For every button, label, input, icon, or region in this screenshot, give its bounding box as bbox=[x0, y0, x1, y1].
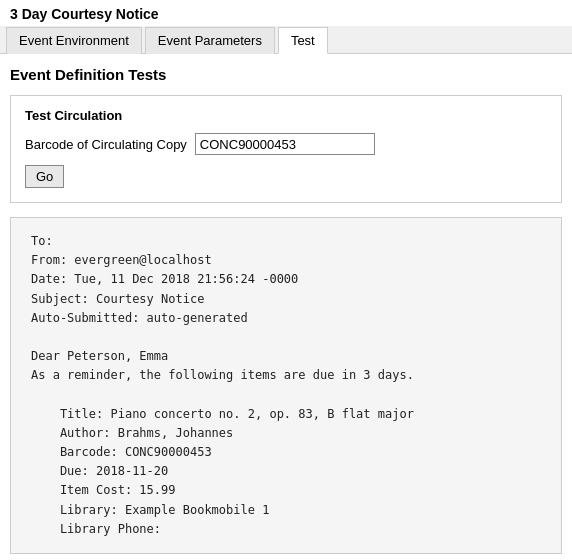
go-button[interactable]: Go bbox=[25, 165, 64, 188]
barcode-row: Barcode of Circulating Copy bbox=[25, 133, 547, 155]
output-box: To: From: evergreen@localhost Date: Tue,… bbox=[10, 217, 562, 554]
test-circulation-box: Test Circulation Barcode of Circulating … bbox=[10, 95, 562, 203]
tab-event-environment[interactable]: Event Environment bbox=[6, 27, 142, 54]
test-circ-heading: Test Circulation bbox=[25, 108, 547, 123]
section-title: Event Definition Tests bbox=[10, 66, 562, 83]
tabs-bar: Event Environment Event Parameters Test bbox=[0, 26, 572, 54]
page-title: 3 Day Courtesy Notice bbox=[0, 0, 572, 26]
tab-test[interactable]: Test bbox=[278, 27, 328, 54]
barcode-input[interactable] bbox=[195, 133, 375, 155]
barcode-label: Barcode of Circulating Copy bbox=[25, 137, 187, 152]
main-content: Event Definition Tests Test Circulation … bbox=[0, 54, 572, 560]
tab-event-parameters[interactable]: Event Parameters bbox=[145, 27, 275, 54]
